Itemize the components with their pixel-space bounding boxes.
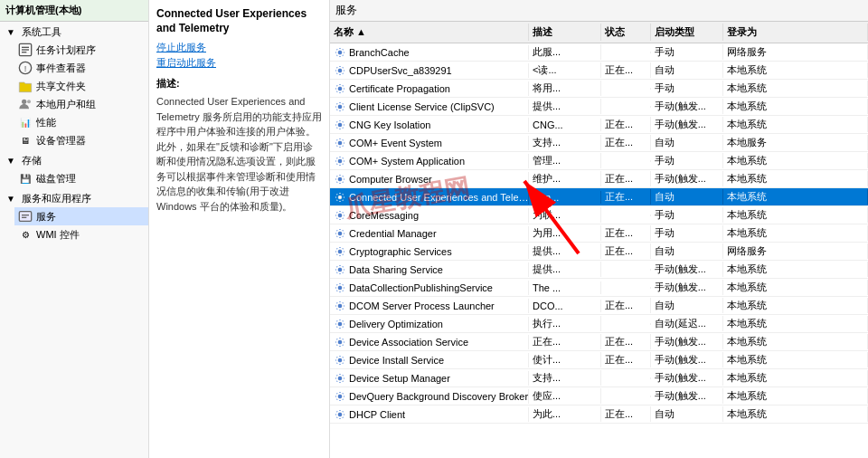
service-gear-icon (334, 82, 346, 95)
service-startup: 手动(触发... (651, 280, 723, 295)
header-status[interactable]: 状态 (601, 24, 651, 41)
svg-point-19 (338, 196, 342, 199)
service-login: 本地系统 (723, 352, 868, 367)
service-row[interactable]: Connected User Experiences and Telemetry… (330, 188, 868, 206)
service-row[interactable]: DCOM Server Process Launcher DCO... 正在..… (330, 297, 868, 315)
service-row[interactable]: Computer Browser 维护... 正在... 手动(触发... 本地… (330, 170, 868, 188)
service-row[interactable]: DHCP Client 为此... 正在... 自动 本地系统 (330, 406, 868, 424)
service-login: 本地系统 (723, 207, 868, 223)
svg-point-14 (338, 105, 342, 109)
sidebar-item-performance[interactable]: 📊 性能 (14, 113, 148, 131)
svg-rect-8 (19, 212, 31, 222)
disk-icon: 💾 (18, 171, 33, 186)
services-list[interactable]: BranchCache 此服... 手动 网络服务 CDPUserSvc_a83… (330, 43, 868, 458)
service-row[interactable]: Device Association Service 正在... 正在... 手… (330, 333, 868, 351)
service-name: BranchCache (330, 45, 529, 60)
service-row[interactable]: COM+ System Application 管理... 手动 本地系统 (330, 152, 868, 170)
sidebar-item-event-viewer[interactable]: ! 事件查看器 (14, 59, 148, 77)
svg-point-29 (338, 377, 342, 380)
service-row[interactable]: Device Install Service 使计... 正在... 手动(触发… (330, 351, 868, 369)
service-name: Device Install Service (330, 353, 529, 367)
service-status: 正在... (601, 334, 651, 349)
stop-service-link[interactable]: 停止此服务 (156, 41, 322, 54)
svg-point-25 (338, 304, 342, 308)
sidebar-item-storage[interactable]: ▼ 存储 (0, 151, 148, 169)
service-row[interactable]: DataCollectionPublishingService The ... … (330, 279, 868, 297)
service-startup: 手动(触发... (651, 352, 723, 367)
svg-point-16 (338, 141, 342, 145)
service-gear-icon (334, 300, 346, 312)
service-gear-icon (334, 155, 346, 167)
service-login: 本地系统 (723, 370, 868, 386)
service-desc: 使应... (529, 388, 601, 404)
service-gear-icon (334, 100, 346, 113)
service-row[interactable]: CDPUserSvc_a839291 <读... 正在... 自动 本地系统 (330, 62, 868, 80)
service-row[interactable]: DevQuery Background Discovery Broker 使应.… (330, 387, 868, 406)
service-desc: The ... (529, 281, 601, 294)
sidebar-item-local-users[interactable]: 本地用户和组 (14, 95, 148, 113)
sidebar-label: 存储 (22, 154, 42, 167)
service-status: 正在... (601, 189, 651, 205)
service-row[interactable]: Cryptographic Services 提供... 正在... 自动 网络… (330, 243, 868, 261)
header-startup[interactable]: 启动类型 (651, 24, 723, 41)
sidebar-item-wmi[interactable]: ⚙ WMI 控件 (14, 225, 148, 243)
service-login: 本地系统 (723, 153, 868, 168)
service-gear-icon (334, 227, 346, 240)
desc-title: 描述: (156, 77, 322, 91)
service-name: DCOM Server Process Launcher (330, 299, 529, 313)
service-desc: CNG... (529, 119, 601, 131)
service-description: Connected User Experiences and Telemetry… (156, 94, 322, 214)
header-desc-label: 描述 (533, 26, 552, 37)
sidebar-item-task-scheduler[interactable]: 任务计划程序 (14, 41, 148, 59)
sidebar-item-device-manager[interactable]: 🖥 设备管理器 (14, 131, 148, 149)
service-login: 网络服务 (723, 44, 868, 60)
service-name-text: Device Install Service (349, 355, 444, 366)
service-startup: 手动(触发... (651, 370, 723, 386)
service-name-text: Client License Service (ClipSVC) (349, 101, 495, 112)
svg-point-18 (338, 177, 342, 181)
service-status: 正在... (601, 298, 651, 313)
service-row[interactable]: Certificate Propagation 将用... 手动 本地系统 (330, 80, 868, 98)
service-row[interactable]: Delivery Optimization 执行... 自动(延迟... 本地系… (330, 315, 868, 333)
header-desc[interactable]: 描述 (529, 24, 601, 41)
header-name[interactable]: 名称 ▲ (330, 24, 529, 41)
wmi-icon: ⚙ (18, 227, 33, 242)
service-status: 正在... (601, 135, 651, 150)
service-name: Client License Service (ClipSVC) (330, 100, 529, 114)
service-startup: 自动 (651, 135, 723, 150)
service-startup: 自动(延迟... (651, 316, 723, 331)
service-row[interactable]: Credential Manager 为用... 正在... 手动 本地系统 (330, 224, 868, 243)
service-row[interactable]: COM+ Event System 支持... 正在... 自动 本地服务 (330, 134, 868, 152)
service-login: 本地系统 (723, 99, 868, 114)
sidebar-item-disk-management[interactable]: 💾 磁盘管理 (14, 169, 148, 187)
service-startup: 手动(触发... (651, 171, 723, 186)
service-row[interactable]: CNG Key Isolation CNG... 正在... 手动(触发... … (330, 116, 868, 134)
restart-service-link[interactable]: 重启动此服务 (156, 56, 322, 70)
service-name: DataCollectionPublishingService (330, 281, 529, 295)
sidebar-item-services-apps[interactable]: ▼ 服务和应用程序 (0, 189, 148, 207)
sidebar-item-services[interactable]: 服务 (14, 207, 148, 225)
header-status-label: 状态 (605, 26, 625, 37)
service-login: 本地系统 (723, 406, 868, 422)
service-startup: 手动(触发... (651, 99, 723, 114)
selected-service-title: Connected User Experiences and Telemetry (156, 7, 322, 35)
service-name-text: DHCP Client (349, 409, 405, 420)
service-desc: 支持... (529, 370, 601, 386)
header-login[interactable]: 登录为 (723, 24, 868, 41)
svg-point-6 (22, 100, 26, 104)
service-row[interactable]: Client License Service (ClipSVC) 提供... 手… (330, 98, 868, 116)
service-desc: 为用... (529, 225, 601, 241)
sidebar-label: 性能 (36, 116, 56, 129)
service-row[interactable]: Device Setup Manager 支持... 手动(触发... 本地系统 (330, 369, 868, 387)
service-desc: 支持... (529, 135, 601, 150)
service-row[interactable]: BranchCache 此服... 手动 网络服务 (330, 43, 868, 62)
sidebar-item-shared-folders[interactable]: 共享文件夹 (14, 77, 148, 95)
service-row[interactable]: CoreMessaging 为联... 手动 本地系统 (330, 206, 868, 224)
service-name: DevQuery Background Discovery Broker (330, 389, 529, 404)
service-status: 正在... (601, 225, 651, 241)
sidebar-item-system-tools[interactable]: ▼ 系统工具 (0, 23, 148, 41)
service-row[interactable]: Data Sharing Service 提供... 手动(触发... 本地系统 (330, 261, 868, 279)
service-name: Delivery Optimization (330, 317, 529, 331)
service-desc: 将用... (529, 81, 601, 96)
svg-point-22 (338, 250, 342, 253)
